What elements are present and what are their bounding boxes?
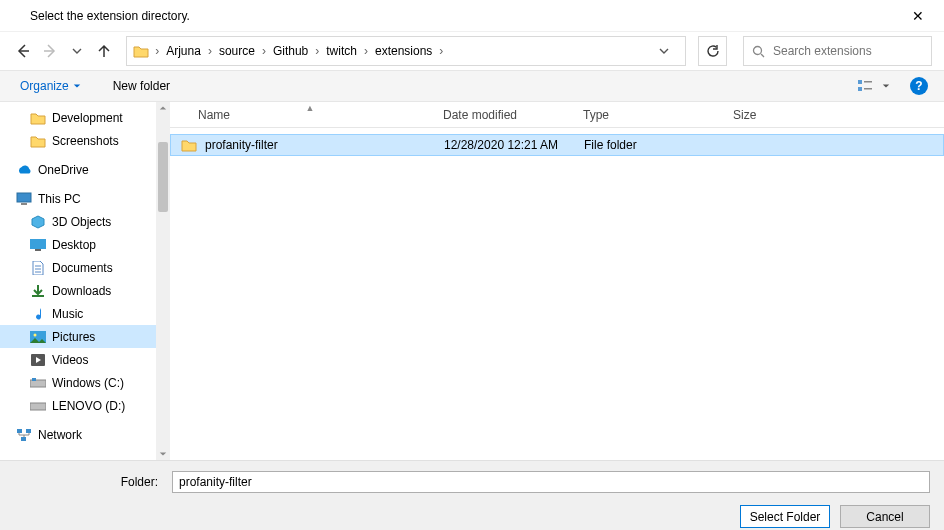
sidebar-item-network[interactable]: Network bbox=[0, 423, 170, 446]
refresh-button[interactable] bbox=[698, 36, 727, 66]
recent-dropdown[interactable] bbox=[66, 40, 87, 62]
desktop-icon bbox=[30, 237, 46, 253]
sidebar-item-label: OneDrive bbox=[38, 163, 89, 177]
file-date: 12/28/2020 12:21 AM bbox=[444, 138, 558, 152]
folder-icon bbox=[30, 110, 46, 126]
view-mode-button[interactable] bbox=[854, 75, 894, 97]
file-row[interactable]: profanity-filter 12/28/2020 12:21 AM Fil… bbox=[170, 134, 944, 156]
search-input[interactable] bbox=[773, 44, 923, 58]
window-title: Select the extension directory. bbox=[30, 9, 898, 23]
sidebar-item-pictures[interactable]: Pictures bbox=[0, 325, 170, 348]
address-dropdown[interactable] bbox=[659, 46, 681, 56]
sidebar-item-screenshots[interactable]: Screenshots bbox=[0, 129, 170, 152]
sidebar-item-desktop[interactable]: Desktop bbox=[0, 233, 170, 256]
sidebar-item-label: Downloads bbox=[52, 284, 111, 298]
chevron-down-icon bbox=[72, 46, 82, 56]
help-button[interactable]: ? bbox=[910, 77, 928, 95]
column-header-date[interactable]: Date modified bbox=[433, 102, 573, 127]
chevron-right-icon: › bbox=[206, 44, 214, 58]
music-icon bbox=[30, 306, 46, 322]
close-button[interactable]: ✕ bbox=[898, 8, 938, 24]
search-icon bbox=[752, 45, 765, 58]
folder-icon bbox=[181, 137, 197, 153]
svg-rect-17 bbox=[21, 437, 26, 441]
sidebar-item-videos[interactable]: Videos bbox=[0, 348, 170, 371]
downloads-icon bbox=[30, 283, 46, 299]
scroll-down-icon bbox=[159, 450, 167, 458]
videos-icon bbox=[30, 352, 46, 368]
3d-objects-icon bbox=[30, 214, 46, 230]
breadcrumb-item[interactable]: Arjuna bbox=[161, 37, 206, 65]
breadcrumb-item[interactable]: Github bbox=[268, 37, 313, 65]
search-box[interactable] bbox=[743, 36, 932, 66]
sidebar: Development Screenshots OneDrive This PC… bbox=[0, 102, 170, 460]
drive-icon bbox=[30, 375, 46, 391]
drive-icon bbox=[30, 398, 46, 414]
sidebar-item-label: Windows (C:) bbox=[52, 376, 124, 390]
svg-rect-15 bbox=[17, 429, 22, 433]
folder-label: Folder: bbox=[14, 475, 164, 489]
sidebar-item-downloads[interactable]: Downloads bbox=[0, 279, 170, 302]
chevron-right-icon: › bbox=[437, 44, 445, 58]
sidebar-item-thispc[interactable]: This PC bbox=[0, 187, 170, 210]
back-button[interactable] bbox=[12, 40, 33, 62]
breadcrumb-label: Github bbox=[273, 44, 308, 58]
svg-rect-1 bbox=[858, 80, 862, 84]
column-header-type[interactable]: Type bbox=[573, 102, 723, 127]
svg-rect-6 bbox=[21, 203, 27, 205]
sidebar-item-label: 3D Objects bbox=[52, 215, 111, 229]
svg-rect-14 bbox=[30, 403, 46, 410]
svg-rect-16 bbox=[26, 429, 31, 433]
refresh-icon bbox=[706, 44, 720, 58]
scroll-up-icon bbox=[159, 104, 167, 112]
column-label: Size bbox=[733, 108, 756, 122]
new-folder-button[interactable]: New folder bbox=[109, 75, 174, 97]
toolbar: Organize New folder ? bbox=[0, 70, 944, 102]
file-list-area: ▲ Name Date modified Type Size profanity… bbox=[170, 102, 944, 460]
sidebar-item-windows-c[interactable]: Windows (C:) bbox=[0, 371, 170, 394]
sidebar-scrollbar[interactable] bbox=[156, 102, 170, 460]
sidebar-item-label: Videos bbox=[52, 353, 88, 367]
svg-rect-8 bbox=[35, 249, 41, 251]
sidebar-item-label: Documents bbox=[52, 261, 113, 275]
arrow-up-icon bbox=[96, 43, 112, 59]
sidebar-item-3dobjects[interactable]: 3D Objects bbox=[0, 210, 170, 233]
file-type: File folder bbox=[584, 138, 637, 152]
sidebar-item-label: Screenshots bbox=[52, 134, 119, 148]
column-headers: ▲ Name Date modified Type Size bbox=[170, 102, 944, 128]
column-label: Name bbox=[198, 108, 230, 122]
breadcrumb-item[interactable]: source bbox=[214, 37, 260, 65]
breadcrumb-item[interactable]: extensions bbox=[370, 37, 437, 65]
address-bar[interactable]: › Arjuna › source › Github › twitch › ex… bbox=[126, 36, 686, 66]
sidebar-item-label: Desktop bbox=[52, 238, 96, 252]
sidebar-item-lenovo-d[interactable]: LENOVO (D:) bbox=[0, 394, 170, 417]
select-folder-button[interactable]: Select Folder bbox=[740, 505, 830, 528]
sidebar-item-music[interactable]: Music bbox=[0, 302, 170, 325]
svg-rect-7 bbox=[30, 239, 46, 249]
column-label: Date modified bbox=[443, 108, 517, 122]
breadcrumb-item[interactable]: twitch bbox=[321, 37, 362, 65]
folder-name-input[interactable] bbox=[172, 471, 930, 493]
scrollbar-thumb[interactable] bbox=[158, 142, 168, 212]
file-name: profanity-filter bbox=[205, 138, 278, 152]
sidebar-item-development[interactable]: Development bbox=[0, 106, 170, 129]
dialog-footer: Folder: Select Folder Cancel bbox=[0, 460, 944, 530]
forward-button[interactable] bbox=[39, 40, 60, 62]
network-icon bbox=[16, 427, 32, 443]
chevron-right-icon: › bbox=[153, 44, 161, 58]
sidebar-item-label: Music bbox=[52, 307, 83, 321]
up-button[interactable] bbox=[93, 40, 114, 62]
organize-button[interactable]: Organize bbox=[16, 75, 85, 97]
breadcrumb-label: source bbox=[219, 44, 255, 58]
folder-icon bbox=[131, 41, 151, 61]
svg-point-0 bbox=[753, 46, 761, 54]
cancel-button[interactable]: Cancel bbox=[840, 505, 930, 528]
dropdown-arrow-icon bbox=[73, 82, 81, 90]
column-header-size[interactable]: Size bbox=[723, 102, 783, 127]
sidebar-item-label: LENOVO (D:) bbox=[52, 399, 125, 413]
sidebar-item-onedrive[interactable]: OneDrive bbox=[0, 158, 170, 181]
pictures-icon bbox=[30, 329, 46, 345]
svg-rect-5 bbox=[17, 193, 31, 202]
sidebar-item-documents[interactable]: Documents bbox=[0, 256, 170, 279]
column-header-name[interactable]: ▲ Name bbox=[170, 102, 433, 127]
